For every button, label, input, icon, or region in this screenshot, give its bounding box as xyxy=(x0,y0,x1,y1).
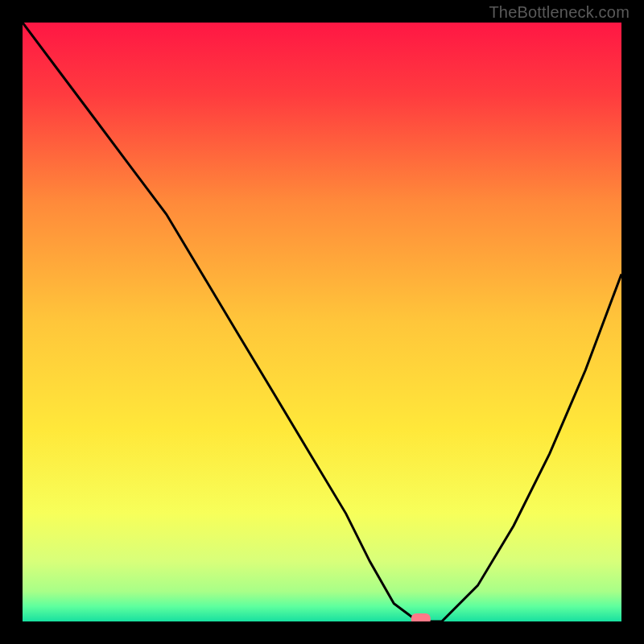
chart-frame: TheBottleneck.com xyxy=(0,0,644,644)
current-config-marker xyxy=(411,613,431,621)
bottleneck-chart xyxy=(23,23,621,621)
watermark-text: TheBottleneck.com xyxy=(489,3,630,22)
gradient-background xyxy=(23,23,621,621)
plot-area xyxy=(23,23,621,621)
